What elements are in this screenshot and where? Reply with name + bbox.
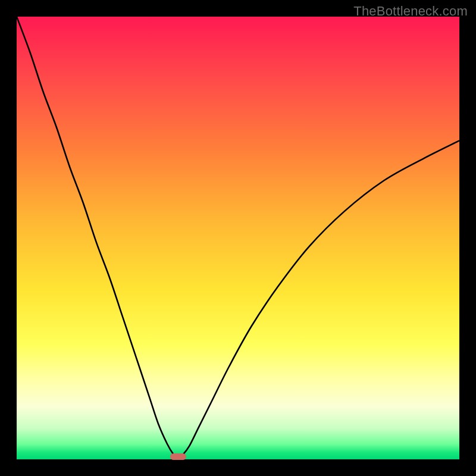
optimum-marker bbox=[170, 453, 186, 459]
bottleneck-curve bbox=[17, 17, 459, 459]
curve-svg bbox=[17, 17, 459, 459]
plot-area bbox=[17, 17, 459, 459]
chart-frame: TheBottleneck.com bbox=[0, 0, 476, 476]
